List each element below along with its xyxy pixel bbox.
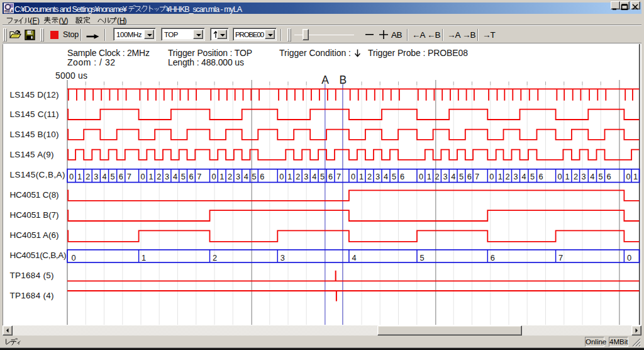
svg-text:5: 5 [111,172,115,181]
svg-text:1: 1 [148,172,153,181]
svg-text:2: 2 [213,253,217,262]
svg-text:0: 0 [279,172,284,181]
svg-text:3: 3 [304,172,308,181]
svg-text:4: 4 [312,172,316,181]
svg-text:6: 6 [328,172,333,181]
svg-text:1: 1 [77,172,82,181]
svg-text:5: 5 [420,253,425,262]
svg-text:2: 2 [367,172,372,181]
svg-text:1: 1 [498,172,502,181]
svg-text:5: 5 [459,172,464,181]
svg-text:1: 1 [359,172,364,181]
svg-text:1: 1 [633,172,638,181]
svg-text:4: 4 [451,172,455,181]
svg-text:0: 0 [626,172,630,181]
svg-text:0: 0 [141,172,145,181]
svg-text:7: 7 [475,172,479,181]
svg-text:F: F [33,16,37,25]
svg-text:3: 3 [280,253,285,262]
svg-text:3: 3 [514,172,518,181]
svg-text:2: 2 [435,172,440,181]
svg-text:HC4051 A(6): HC4051 A(6) [10,230,59,240]
svg-text:3: 3 [165,172,169,181]
svg-text:LS145 B(10): LS145 B(10) [10,130,59,139]
svg-text:1: 1 [427,172,431,181]
svg-text:C:¥Documents and Settings¥nona: C:¥Documents and Settings¥noname¥ [14,5,127,14]
svg-text:0: 0 [72,253,76,262]
svg-text:TP1684 (4): TP1684 (4) [10,291,54,300]
svg-text:6: 6 [491,253,495,262]
svg-text:2: 2 [228,172,232,181]
svg-text:3: 3 [94,172,98,181]
svg-text:5: 5 [599,172,603,181]
svg-text:3: 3 [443,172,447,181]
svg-text:¥HHKB_scan.mla - myLA: ¥HHKB_scan.mla - myLA [165,5,243,14]
svg-text:6: 6 [119,172,123,181]
svg-text:7: 7 [336,172,341,181]
svg-text:): ) [37,16,40,25]
svg-text:Trigger Probe : PROBE08: Trigger Probe : PROBE08 [368,48,468,58]
svg-text:0: 0 [351,172,355,181]
svg-text:TP1684 (5): TP1684 (5) [10,271,54,280]
svg-text:Sample Clock : 2MHz: Sample Clock : 2MHz [67,48,150,58]
svg-text:6: 6 [539,172,543,181]
svg-text:5: 5 [530,172,535,181]
svg-text:HC4051 B(7): HC4051 B(7) [10,210,59,220]
svg-text:0: 0 [69,172,74,181]
svg-text:2: 2 [296,172,300,181]
svg-text:5: 5 [392,172,396,181]
svg-text:LS145 A(9): LS145 A(9) [10,150,54,159]
svg-text:4: 4 [173,172,177,181]
svg-text:HC4051 C(8): HC4051 C(8) [10,190,59,200]
svg-text:6: 6 [467,172,472,181]
svg-text:3: 3 [236,172,240,181]
svg-text:0: 0 [212,172,216,181]
svg-text:7: 7 [558,253,563,262]
svg-text:): ) [125,16,127,25]
svg-text:HC4051(C,B,A): HC4051(C,B,A) [10,251,67,260]
svg-text:7: 7 [197,172,201,181]
svg-text:Trigger Position : TOP: Trigger Position : TOP [168,48,252,58]
svg-text:6: 6 [400,172,404,181]
svg-text:0: 0 [627,253,631,262]
svg-text:Zoom : / 32: Zoom : / 32 [67,57,115,67]
svg-text:myLA: myLA [4,9,13,14]
svg-text:0: 0 [489,172,494,181]
svg-text:3: 3 [582,172,586,181]
svg-text:Trigger Condition :: Trigger Condition : [279,48,351,58]
svg-text:1: 1 [287,172,292,181]
svg-text:): ) [66,16,69,25]
svg-text:LS145 D(12): LS145 D(12) [10,90,59,99]
svg-text:5000 us: 5000 us [55,71,87,81]
svg-text:6: 6 [260,172,264,181]
svg-text:LS145 C(11): LS145 C(11) [10,110,59,119]
svg-text:0: 0 [558,172,562,181]
svg-text:Length : 488.000 us: Length : 488.000 us [168,57,244,67]
svg-text:2: 2 [157,172,161,181]
svg-text:LS145(C,B,A): LS145(C,B,A) [10,170,65,179]
svg-text:0: 0 [419,172,423,181]
svg-text:6: 6 [607,172,611,181]
svg-text:4: 4 [384,172,388,181]
svg-text:1: 1 [219,172,224,181]
svg-text:2: 2 [506,172,510,181]
svg-text:1: 1 [142,253,146,262]
svg-text:4: 4 [244,172,248,181]
svg-text:3: 3 [375,172,380,181]
svg-text:4: 4 [352,253,356,262]
svg-text:1: 1 [565,172,569,181]
svg-text:4: 4 [522,172,526,181]
svg-text:2: 2 [86,172,90,181]
svg-text:5: 5 [181,172,186,181]
svg-text:5: 5 [320,172,325,181]
svg-text:7: 7 [127,172,131,181]
svg-text:4: 4 [102,172,106,181]
svg-text:5: 5 [252,172,257,181]
svg-text:6: 6 [189,172,194,181]
svg-text:2: 2 [574,172,578,181]
svg-text:4: 4 [590,172,594,181]
